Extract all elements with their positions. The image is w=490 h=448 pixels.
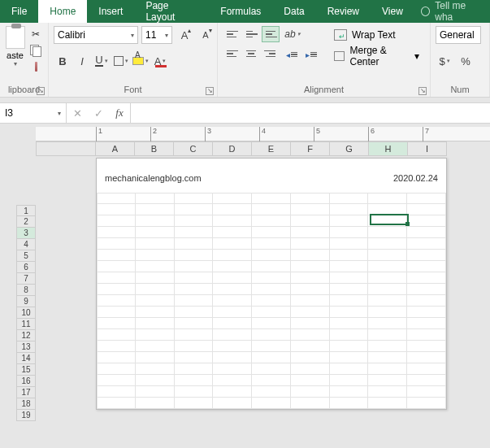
- cell[interactable]: [136, 215, 175, 227]
- cell[interactable]: [407, 375, 446, 386]
- cell[interactable]: [97, 341, 136, 352]
- tab-data[interactable]: Data: [272, 0, 315, 23]
- cell[interactable]: [330, 352, 369, 363]
- cell[interactable]: [97, 386, 136, 398]
- cell[interactable]: [252, 352, 291, 363]
- cell[interactable]: [213, 375, 252, 386]
- row-header-12[interactable]: 12: [16, 330, 36, 341]
- cell[interactable]: [175, 341, 214, 352]
- cell[interactable]: [175, 227, 214, 238]
- alignment-launcher[interactable]: ↘: [418, 87, 427, 95]
- cell[interactable]: [291, 398, 330, 409]
- tab-file[interactable]: File: [0, 0, 38, 23]
- cell[interactable]: [97, 193, 136, 204]
- cell[interactable]: [97, 398, 136, 409]
- row-header-5[interactable]: 5: [16, 250, 36, 262]
- cell[interactable]: [175, 272, 214, 284]
- cell[interactable]: [175, 375, 214, 386]
- align-center-button[interactable]: [242, 46, 260, 62]
- cell[interactable]: [213, 261, 252, 272]
- cell[interactable]: [252, 215, 291, 227]
- bold-button[interactable]: B: [54, 52, 72, 70]
- font-color-button[interactable]: A▾: [151, 52, 169, 70]
- cell[interactable]: [136, 386, 175, 398]
- cell[interactable]: [330, 295, 369, 307]
- cell[interactable]: [368, 386, 407, 398]
- tab-view[interactable]: View: [371, 0, 414, 23]
- column-header-C[interactable]: C: [174, 141, 213, 156]
- row-header-7[interactable]: 7: [16, 273, 36, 285]
- cell[interactable]: [252, 295, 291, 307]
- column-header-F[interactable]: F: [291, 141, 330, 156]
- cell[interactable]: [213, 227, 252, 238]
- cell[interactable]: [175, 295, 214, 307]
- cell[interactable]: [175, 386, 214, 398]
- cell-grid[interactable]: [97, 193, 446, 409]
- cell[interactable]: [213, 272, 252, 284]
- cell[interactable]: [97, 352, 136, 363]
- column-header-H[interactable]: H: [369, 141, 408, 156]
- row-header-15[interactable]: 15: [16, 364, 36, 376]
- cell[interactable]: [368, 215, 407, 227]
- cell[interactable]: [252, 341, 291, 352]
- cell[interactable]: [291, 318, 330, 329]
- cell[interactable]: [252, 307, 291, 318]
- cell[interactable]: [175, 307, 214, 318]
- row-header-1[interactable]: 1: [16, 205, 36, 216]
- cell[interactable]: [136, 341, 175, 352]
- cell[interactable]: [136, 295, 175, 307]
- tab-insert[interactable]: Insert: [87, 0, 134, 23]
- cell[interactable]: [97, 284, 136, 295]
- number-format-combo[interactable]: General: [436, 26, 481, 44]
- cell[interactable]: [175, 261, 214, 272]
- cell[interactable]: [213, 204, 252, 215]
- cell[interactable]: [213, 284, 252, 295]
- cell[interactable]: [252, 193, 291, 204]
- cell[interactable]: [368, 284, 407, 295]
- column-header-G[interactable]: G: [330, 141, 369, 156]
- cell[interactable]: [136, 352, 175, 363]
- cell[interactable]: [368, 329, 407, 341]
- cell[interactable]: [330, 193, 369, 204]
- cancel-button[interactable]: ✕: [67, 107, 88, 120]
- cell[interactable]: [368, 193, 407, 204]
- cell[interactable]: [213, 193, 252, 204]
- cell[interactable]: [291, 272, 330, 284]
- row-header-10[interactable]: 10: [16, 307, 36, 319]
- tell-me-box[interactable]: Tell me wha: [414, 0, 490, 23]
- cell[interactable]: [330, 238, 369, 250]
- cell[interactable]: [136, 250, 175, 261]
- align-left-button[interactable]: [223, 46, 241, 62]
- cell[interactable]: [136, 204, 175, 215]
- cell[interactable]: [368, 307, 407, 318]
- font-size-combo[interactable]: 11▾: [141, 26, 172, 44]
- row-header-9[interactable]: 9: [16, 296, 36, 307]
- cell[interactable]: [291, 215, 330, 227]
- cell[interactable]: [97, 318, 136, 329]
- cell[interactable]: [213, 386, 252, 398]
- cell[interactable]: [136, 307, 175, 318]
- italic-button[interactable]: I: [73, 52, 91, 70]
- wrap-text-button[interactable]: Wrap Text: [328, 26, 425, 44]
- cell[interactable]: [407, 261, 446, 272]
- cell[interactable]: [407, 284, 446, 295]
- fill-color-button[interactable]: ▾: [132, 52, 150, 70]
- cell[interactable]: [252, 238, 291, 250]
- cell[interactable]: [97, 307, 136, 318]
- cell[interactable]: [291, 204, 330, 215]
- cell[interactable]: [175, 204, 214, 215]
- tab-formulas[interactable]: Formulas: [209, 0, 272, 23]
- cell[interactable]: [175, 193, 214, 204]
- cell[interactable]: [291, 352, 330, 363]
- column-header-D[interactable]: D: [213, 141, 252, 156]
- row-header-6[interactable]: 6: [16, 262, 36, 273]
- cell[interactable]: [368, 227, 407, 238]
- cell[interactable]: [368, 204, 407, 215]
- row-header-8[interactable]: 8: [16, 285, 36, 296]
- cell[interactable]: [291, 295, 330, 307]
- cell[interactable]: [175, 284, 214, 295]
- border-button[interactable]: ▾: [112, 52, 130, 70]
- row-header-13[interactable]: 13: [16, 341, 36, 353]
- cell[interactable]: [136, 318, 175, 329]
- column-header-A[interactable]: A: [96, 141, 135, 156]
